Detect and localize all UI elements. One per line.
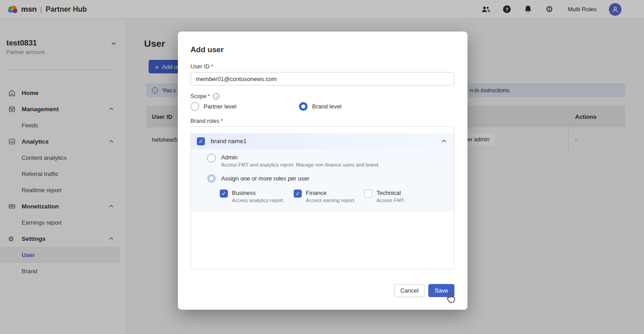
admin-description: Access FMT and analytics report. Manage …	[221, 162, 380, 167]
collapse-chevron-up-icon[interactable]	[441, 138, 447, 144]
role-checkboxes: Business Access analytics report. Financ…	[220, 190, 405, 203]
radio-icon-selected[interactable]	[207, 174, 216, 183]
checkbox-icon-checked[interactable]	[294, 190, 302, 198]
brand-row[interactable]: brand name1	[191, 133, 454, 149]
cancel-button[interactable]: Cancel	[394, 284, 425, 297]
checkbox-finance[interactable]: Finance Access earning report.	[294, 190, 364, 203]
brand-checkbox-checked[interactable]	[197, 137, 205, 145]
technical-description: Access FMT.	[376, 198, 405, 203]
scope-label: Scope*	[190, 93, 219, 99]
radio-icon[interactable]	[207, 154, 216, 162]
business-description: Access analytics report.	[232, 198, 284, 203]
brand-roles-options: Admin Access FMT and analytics report. M…	[191, 149, 454, 212]
radio-icon-selected[interactable]	[299, 102, 308, 111]
checkbox-technical[interactable]: Technical Access FMT.	[364, 190, 405, 203]
brand-name: brand name1	[211, 138, 247, 144]
radio-icon[interactable]	[190, 102, 199, 111]
panel-top-spacer	[191, 127, 454, 133]
scope-options: Partner level Brand level	[190, 102, 341, 111]
checkbox-icon-checked[interactable]	[220, 190, 228, 198]
radio-brand-level[interactable]: Brand level	[299, 102, 341, 111]
radio-partner-level[interactable]: Partner level	[190, 102, 236, 111]
brand-roles-label: Brand roles*	[190, 118, 223, 124]
save-button[interactable]: Save	[428, 284, 454, 297]
dialog-title: Add user	[190, 45, 224, 54]
brand-roles-panel: brand name1 Admin Access FMT and analyti…	[190, 126, 454, 269]
scope-info-icon[interactable]	[213, 93, 219, 99]
radio-assign-roles[interactable]: Assign one or more roles per user	[207, 174, 309, 183]
user-id-label: User ID*	[190, 63, 213, 70]
checkbox-business[interactable]: Business Access analytics report.	[220, 190, 294, 203]
user-id-input[interactable]	[190, 72, 454, 86]
finance-description: Access earning report.	[306, 198, 355, 203]
add-user-dialog: Add user User ID* Scope* Partner level B…	[178, 32, 467, 310]
radio-admin[interactable]: Admin Access FMT and analytics report. M…	[207, 154, 380, 167]
checkbox-icon-unchecked[interactable]	[364, 190, 372, 198]
